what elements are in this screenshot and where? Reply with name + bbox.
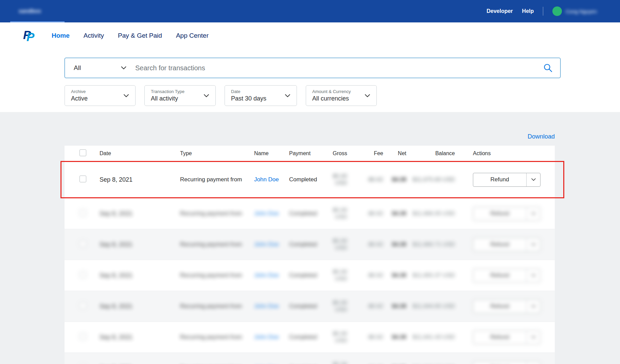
table-row: Sep 8, 2021 Recurring payment from John … (65, 161, 555, 198)
chevron-down-icon (121, 66, 126, 70)
chevron-down-icon (203, 94, 209, 97)
cell-gross: $5.34 USD (321, 361, 347, 364)
refund-dropdown-button[interactable] (527, 300, 540, 313)
search-bar: All (65, 58, 561, 78)
cell-gross: $5.00 USD (321, 238, 347, 251)
refund-dropdown-button[interactable] (527, 238, 540, 251)
topbar-divider (543, 7, 543, 16)
cell-name-link[interactable]: John Doe (254, 334, 289, 341)
row-checkbox[interactable] (79, 240, 86, 247)
cell-payment-status: Completed (289, 303, 321, 310)
cell-date: Sep 8, 2021 (100, 241, 180, 248)
refund-button[interactable]: Refund (473, 210, 526, 217)
filter-amount-currency[interactable]: Amount & Currency All currencies (306, 85, 377, 106)
col-gross: Gross (321, 150, 347, 157)
search-input[interactable] (135, 64, 536, 72)
row-checkbox[interactable] (79, 176, 86, 182)
refund-dropdown-button[interactable] (527, 207, 540, 220)
cell-gross: $5.00 USD (321, 269, 347, 282)
chevron-down-icon (531, 178, 536, 181)
user-avatar[interactable] (552, 6, 562, 16)
cell-payment-status: Completed (289, 176, 321, 183)
row-checkbox[interactable] (79, 302, 86, 309)
topbar-right: Developer Help Cong Nguyen (486, 6, 597, 16)
paypal-logo-icon: P P (22, 27, 37, 44)
cell-gross: $5.00 USD (321, 173, 347, 186)
cell-net: $4.38 (383, 303, 406, 310)
refund-split-button: Refund (473, 299, 541, 313)
cell-gross: $5.00 USD (321, 207, 347, 220)
row-checkbox[interactable] (79, 271, 86, 278)
refund-button[interactable]: Refund (473, 334, 526, 341)
search-scope-dropdown[interactable]: All (65, 58, 135, 78)
refund-split-button: Refund (473, 173, 541, 187)
cell-payment-status: Completed (289, 334, 321, 341)
chevron-down-icon (365, 94, 370, 97)
row-checkbox[interactable] (79, 333, 86, 340)
col-payment: Payment (289, 150, 321, 157)
cell-name-link[interactable]: John Doe (254, 210, 289, 217)
cell-gross: $5.00 USD (321, 299, 347, 313)
col-fee: Fee (347, 150, 383, 157)
cell-date: Sep 8, 2021 (100, 210, 180, 217)
cell-payment-status: Completed (289, 210, 321, 217)
refund-dropdown-button[interactable] (527, 331, 540, 344)
cell-name-link[interactable]: John Doe (254, 241, 289, 248)
refund-dropdown-button[interactable] (527, 269, 540, 282)
table-row: Sep 8, 2021 Recurring payment from John … (65, 322, 555, 353)
filter-transaction-type[interactable]: Transaction Type All activity (144, 85, 216, 106)
refund-button[interactable]: Refund (473, 272, 526, 279)
filter-transaction-type-label: Transaction Type (151, 89, 184, 94)
select-all-checkbox[interactable] (79, 149, 86, 156)
table-row: Sep 8, 2021 Recurring payment from John … (65, 229, 555, 260)
cell-type: Recurring payment from (180, 241, 254, 248)
search-icon (543, 63, 553, 73)
refund-dropdown-button[interactable] (527, 362, 540, 364)
refund-split-button: Refund (473, 361, 541, 364)
cell-name-link[interactable]: John Doe (254, 303, 289, 310)
refund-button[interactable]: Refund (473, 176, 526, 183)
col-balance: Balance (406, 150, 455, 157)
topbar: sandbox Developer Help Cong Nguyen (0, 0, 620, 22)
filter-archive[interactable]: Archive Active (65, 85, 136, 106)
cell-net: $4.38 (383, 334, 406, 341)
help-link[interactable]: Help (522, 8, 534, 14)
cell-name-link[interactable]: John Doe (254, 176, 289, 183)
search-scope-value: All (74, 64, 81, 72)
chevron-down-icon (123, 94, 129, 97)
refund-button[interactable]: Refund (473, 241, 526, 248)
cell-type: Recurring payment from (180, 303, 254, 310)
table-body: Sep 8, 2021 Recurring payment from John … (65, 161, 555, 364)
cell-fee: -$0.62 (347, 176, 383, 183)
transactions-main: Download Date Type Name Payment Gross Fe… (0, 112, 620, 364)
cell-type: Recurring payment from (180, 272, 254, 279)
row-checkbox[interactable] (79, 210, 86, 216)
brand-tab[interactable]: sandbox (0, 8, 41, 14)
cell-payment-status: Completed (289, 272, 321, 279)
paypal-logo[interactable]: P P (22, 27, 37, 44)
cell-net: $4.38 (383, 210, 406, 217)
filter-date[interactable]: Date Past 30 days (225, 85, 297, 106)
search-button[interactable] (536, 58, 560, 78)
cell-balance: $11,660.71 USD (406, 241, 455, 248)
svg-text:P: P (26, 30, 35, 43)
main-navbar: P P Home Activity Pay & Get Paid App Cen… (0, 22, 620, 49)
cell-name-link[interactable]: John Doe (254, 272, 289, 279)
download-link[interactable]: Download (528, 133, 555, 140)
chevron-down-icon (531, 243, 536, 246)
refund-split-button: Refund (473, 207, 541, 221)
refund-button[interactable]: Refund (473, 303, 526, 310)
refund-split-button: Refund (473, 269, 541, 283)
nav-pay-get-paid[interactable]: Pay & Get Paid (118, 32, 162, 39)
brand-label-blurred[interactable]: sandbox (19, 8, 41, 14)
cell-fee: -$0.62 (347, 334, 383, 341)
table-row: Sep 8, 2021 Recurring payment from John … (65, 353, 555, 364)
nav-app-center[interactable]: App Center (176, 32, 209, 39)
table-row: Sep 8, 2021 Recurring payment from John … (65, 198, 555, 229)
nav-home[interactable]: Home (52, 32, 70, 39)
nav-activity[interactable]: Activity (84, 32, 104, 39)
table-row: Sep 8, 2021 Recurring payment from John … (65, 291, 555, 322)
developer-link[interactable]: Developer (486, 8, 513, 14)
refund-dropdown-button[interactable] (527, 173, 540, 186)
user-menu[interactable]: Cong Nguyen (552, 6, 597, 16)
